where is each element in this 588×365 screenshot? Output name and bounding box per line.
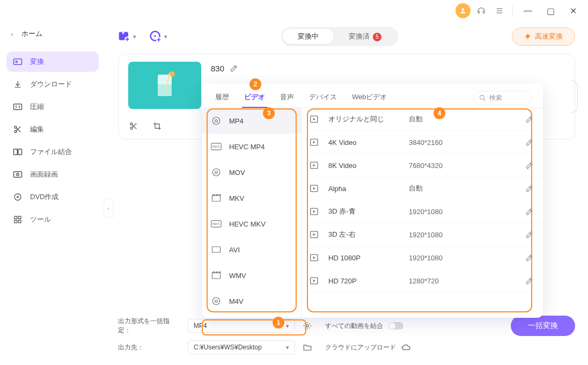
edit-preset-icon[interactable]: [525, 208, 533, 216]
file-title: 830: [211, 64, 238, 73]
resolution-row[interactable]: Alpha自動: [302, 177, 543, 200]
edit-preset-icon[interactable]: [525, 162, 533, 170]
edit-preset-icon[interactable]: [525, 254, 533, 262]
sidebar-item-record[interactable]: 画面録画: [6, 164, 99, 185]
format-row-wmv[interactable]: WMV: [202, 262, 301, 288]
popup-tab-history[interactable]: 履歴: [213, 88, 231, 107]
sidebar-item-label: 変換: [30, 57, 44, 67]
chevron-down-icon: ▾: [133, 33, 136, 40]
edit-preset-icon[interactable]: [525, 185, 533, 193]
tab-done[interactable]: 変換済5: [334, 29, 396, 44]
svg-rect-11: [14, 149, 18, 155]
back-home[interactable]: ‹ ホーム: [6, 26, 99, 42]
format-file-icon: [211, 115, 222, 126]
format-name: AVI: [229, 246, 240, 254]
svg-rect-13: [14, 172, 22, 178]
video-preset-icon: [309, 184, 321, 193]
resolution-row[interactable]: 3D 左-右1920*1080: [302, 223, 543, 246]
popup-tab-audio[interactable]: 音声: [278, 88, 296, 107]
sidebar-item-download[interactable]: ダウンロード: [6, 74, 99, 94]
svg-point-24: [154, 35, 156, 36]
resolution-row[interactable]: 8K Video7680*4320: [302, 154, 543, 177]
svg-rect-1: [478, 11, 480, 13]
sidebar-item-dvd[interactable]: DVD作成: [6, 187, 99, 207]
fast-convert-button[interactable]: 高速変換: [512, 27, 575, 46]
trim-icon[interactable]: [128, 121, 139, 132]
format-file-icon: [211, 244, 222, 255]
search-icon: [479, 94, 486, 101]
format-popup: 履歴 ビデオ 音声 デバイス Webビデオ 検索 MP4HEVCHEVC MP4…: [202, 84, 543, 318]
format-row-hevc-mkv[interactable]: HEVCHEVC MKV: [202, 211, 301, 237]
cloud-icon[interactable]: [401, 342, 411, 352]
minimize-button[interactable]: —: [518, 3, 538, 18]
svg-rect-40: [212, 273, 220, 279]
sidebar-item-label: 圧縮: [30, 102, 44, 112]
svg-rect-36: [212, 196, 220, 202]
edit-preset-icon[interactable]: [525, 231, 533, 239]
user-avatar[interactable]: [455, 3, 471, 18]
format-row-mov[interactable]: MOV: [202, 159, 301, 185]
format-row-mkv[interactable]: MKV: [202, 185, 301, 211]
sidebar-item-edit[interactable]: 編集: [6, 119, 99, 140]
callout-1: 1: [273, 317, 284, 328]
resolution-row[interactable]: オリジナルと同じ自動: [302, 108, 543, 131]
resolution-name: 3D 赤-青: [328, 207, 409, 216]
resolution-value: 1920*1080: [409, 208, 473, 216]
video-thumbnail[interactable]: [128, 62, 201, 109]
callout-4: 4: [433, 107, 445, 119]
sidebar-item-tools[interactable]: ツール: [6, 209, 99, 230]
svg-rect-20: [18, 220, 21, 223]
edit-preset-icon[interactable]: [525, 115, 533, 123]
crop-icon[interactable]: [152, 121, 163, 132]
support-icon[interactable]: [474, 3, 489, 18]
popup-tab-web[interactable]: Webビデオ: [350, 88, 389, 107]
video-preset-icon: [309, 230, 321, 239]
format-row-m4v[interactable]: M4V: [202, 288, 301, 314]
popup-tab-device[interactable]: デバイス: [307, 88, 339, 107]
resolution-name: 3D 左-右: [328, 230, 409, 239]
edit-preset-icon[interactable]: [525, 277, 533, 285]
sidebar-item-label: ファイル結合: [30, 147, 72, 157]
maximize-button[interactable]: ▢: [541, 3, 560, 18]
tab-converting[interactable]: 変換中: [283, 29, 334, 44]
merge-toggle[interactable]: [388, 322, 403, 330]
sidebar-item-merge[interactable]: ファイル結合: [6, 142, 99, 162]
sidebar-item-label: DVD作成: [30, 192, 58, 202]
resolution-row[interactable]: 4K Video3840*2160: [302, 131, 543, 154]
format-file-icon: [211, 270, 222, 281]
format-search-input[interactable]: 検索: [473, 91, 532, 105]
convert-all-button[interactable]: 一括変換: [511, 316, 575, 336]
video-preset-icon: [309, 114, 321, 124]
sidebar-item-compress[interactable]: 圧縮: [6, 97, 99, 117]
format-name: MOV: [229, 169, 245, 177]
chevron-left-icon: ‹: [11, 30, 13, 38]
menu-icon[interactable]: [492, 3, 507, 18]
sidebar-item-convert[interactable]: 変換: [6, 52, 99, 72]
output-path-select[interactable]: C:¥Users¥WS¥Desktop ▾: [188, 340, 295, 354]
svg-rect-19: [14, 220, 17, 223]
edit-preset-icon[interactable]: [525, 138, 533, 147]
format-list: MP4HEVCHEVC MP4MOVMKVHEVCHEVC MKVAVIWMVM…: [202, 108, 302, 318]
format-handle[interactable]: [571, 81, 578, 113]
callout-2: 2: [249, 78, 261, 90]
popup-tab-video[interactable]: ビデオ: [242, 88, 267, 107]
resolution-value: 3840*2160: [409, 138, 473, 147]
svg-point-31: [215, 120, 218, 122]
format-row-avi[interactable]: AVI: [202, 237, 301, 262]
add-file-button[interactable]: ▾: [118, 31, 136, 42]
home-label: ホーム: [21, 29, 42, 39]
format-row-mp4[interactable]: MP4: [202, 108, 301, 134]
open-folder-icon[interactable]: [303, 342, 312, 352]
svg-point-41: [212, 297, 220, 305]
resolution-row[interactable]: HD 1080P1920*1080: [302, 246, 543, 269]
svg-point-27: [130, 127, 133, 129]
sidebar-collapse-handle[interactable]: ‹: [104, 199, 113, 218]
format-file-icon: HEVC: [211, 141, 222, 152]
close-button[interactable]: ✕: [563, 3, 583, 18]
format-row-hevc-mp4[interactable]: HEVCHEVC MP4: [202, 134, 301, 159]
resolution-row[interactable]: HD 720P1280*720: [302, 269, 543, 293]
format-settings-icon[interactable]: [303, 321, 312, 331]
rename-icon[interactable]: [230, 64, 238, 72]
resolution-row[interactable]: 3D 赤-青1920*1080: [302, 200, 543, 223]
add-dvd-button[interactable]: ▾: [149, 30, 167, 43]
